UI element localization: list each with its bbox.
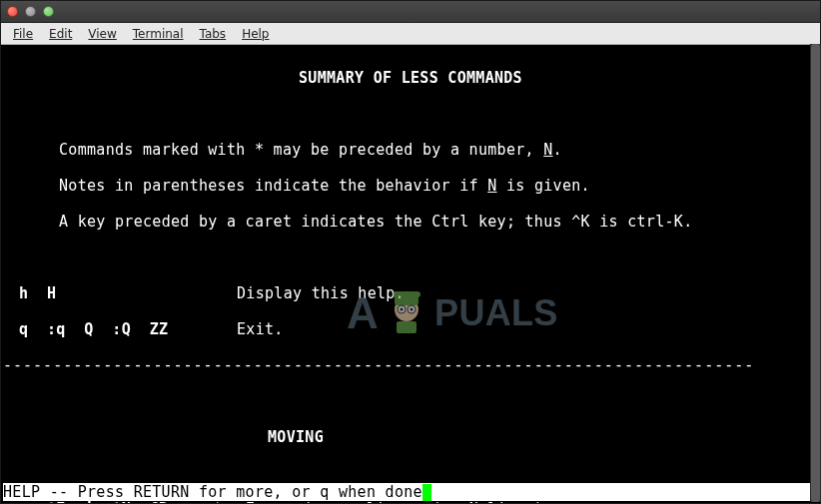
- maximize-icon[interactable]: [43, 6, 54, 17]
- svg-point-5: [401, 308, 404, 311]
- scrollbar-thumb[interactable]: [811, 44, 820, 502]
- help-binding: h H Display this help.: [19, 284, 818, 302]
- menubar: File Edit View Terminal Tabs Help: [1, 23, 820, 45]
- window-titlebar: [1, 1, 820, 23]
- less-status-line: HELP -- Press RETURN for more, or q when…: [3, 483, 810, 501]
- terminal-window: File Edit View Terminal Tabs Help SUMMAR…: [0, 0, 821, 504]
- menu-tabs[interactable]: Tabs: [192, 25, 235, 43]
- menu-help[interactable]: Help: [234, 25, 277, 43]
- svg-point-4: [408, 305, 415, 313]
- close-icon[interactable]: [7, 6, 18, 17]
- menu-terminal[interactable]: Terminal: [125, 25, 192, 43]
- doc-title: SUMMARY OF LESS COMMANDS: [3, 69, 818, 87]
- doc-intro-1: Commands marked with * may be preceded b…: [59, 141, 818, 159]
- vertical-scrollbar[interactable]: [810, 44, 821, 502]
- terminal-viewport[interactable]: SUMMARY OF LESS COMMANDS Commands marked…: [1, 45, 820, 503]
- cursor-icon: [422, 484, 431, 501]
- doc-intro-3: A key preceded by a caret indicates the …: [59, 213, 818, 231]
- window-controls: [7, 6, 54, 17]
- moving-title: MOVING: [3, 428, 818, 446]
- divider-rule: ----------------------------------------…: [3, 356, 818, 374]
- menu-view[interactable]: View: [80, 25, 124, 43]
- menu-file[interactable]: File: [5, 25, 41, 43]
- svg-point-6: [410, 308, 413, 311]
- quit-binding: q :q Q :Q ZZ Exit.: [19, 320, 818, 338]
- menu-edit[interactable]: Edit: [41, 25, 80, 43]
- minimize-icon[interactable]: [25, 6, 36, 17]
- doc-intro-2: Notes in parentheses indicate the behavi…: [59, 177, 818, 195]
- svg-point-3: [398, 305, 406, 313]
